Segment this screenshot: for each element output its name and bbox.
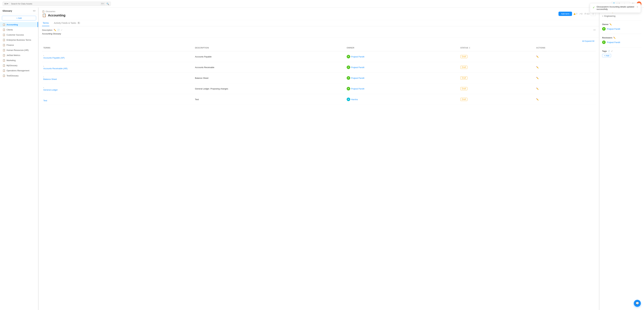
owner-link[interactable]: P Prajwal Pandit: [347, 55, 458, 58]
sidebar-item-label: Customer Success: [6, 34, 24, 36]
actions-cell: ✏️: [535, 76, 596, 80]
sidebar-item-myglossary[interactable]: 📋MyGlossary: [0, 63, 38, 68]
tab-activity-feeds[interactable]: Activity Feeds & Tasks 5: [53, 20, 81, 26]
owner-name: Prajwal Pandit: [351, 56, 364, 58]
col-status: STATUS ⊻: [459, 46, 535, 50]
glossary-icon: 📋: [2, 69, 5, 72]
owner-link[interactable]: H Harsha: [347, 98, 458, 101]
row-expand-arrow[interactable]: ›: [43, 86, 44, 89]
edit-term-icon[interactable]: ✏️: [536, 56, 539, 58]
table-row: Test Test H Harsha Draft ✏️: [42, 94, 596, 105]
edit-reviewers-icon[interactable]: ✏️: [613, 37, 616, 39]
col-description: DESCRIPTION: [194, 46, 345, 50]
term-link[interactable]: Accounts Payable (AP): [43, 57, 192, 59]
terms-table: ⊕ Expand All TERMS DESCRIPTION OWNER: [39, 38, 599, 105]
table-rows: › Accounts Payable (AP) Accounts Payable…: [42, 51, 596, 105]
description-cell: Balance Sheet: [194, 76, 345, 80]
sidebar-item-testglossary[interactable]: 📋TestGlossary: [0, 73, 38, 78]
expand-description-icon[interactable]: ⤢: [61, 29, 62, 31]
owner-cell: P Prajwal Pandit: [346, 86, 459, 91]
toast-close-button[interactable]: ×: [637, 6, 638, 9]
sidebar-item-label: TestGlossary: [6, 74, 18, 77]
owner-name: Prajwal Pandit: [351, 88, 364, 90]
row-expand-arrow[interactable]: ›: [43, 65, 44, 67]
glossary-icon: 📋: [2, 39, 5, 41]
search-icon[interactable]: 🔍: [106, 3, 109, 5]
status-filter-icon[interactable]: ⊻: [469, 47, 470, 49]
tab-terms[interactable]: Terms: [42, 20, 49, 26]
expand-tags-icon[interactable]: ⤢: [611, 50, 613, 52]
description-cell: General Ledger. Proposing changes: [194, 87, 345, 91]
actions-cell: ✏️: [535, 97, 596, 102]
meta-icons: 👍 7 ↗ 0 ⏱ 0.3: [573, 13, 590, 15]
chat-icon: 💬: [636, 301, 639, 305]
add-tag-button[interactable]: + Add: [602, 54, 611, 57]
glossary-icon: 📋: [2, 59, 5, 62]
right-panel: Domain ✏️ Engineering Owner ✏️ P Prajwal…: [600, 8, 644, 310]
sidebar-item-label: Human Resources (HR): [6, 49, 29, 51]
sidebar-items-list: 📋Accounting📋Clients📋Customer Success📋Ent…: [0, 22, 38, 78]
term-link[interactable]: Accounts Receivable (AR): [43, 67, 192, 70]
glossary-icon: 📋: [2, 28, 5, 31]
sidebar-toggle[interactable]: <>: [33, 10, 36, 12]
row-expand-arrow[interactable]: ›: [43, 54, 44, 57]
sidebar-add-button[interactable]: + Add: [2, 16, 36, 21]
sidebar-item-customer-success[interactable]: 📋Customer Success: [0, 32, 38, 37]
search-input[interactable]: [11, 3, 99, 5]
glossary-icon: 📋: [2, 34, 5, 36]
owner-avatar: H: [347, 98, 350, 101]
desc-edit-icons: ✏️ 📄 ⤢: [54, 29, 62, 31]
reviewers-label: Reviewers ✏️: [602, 37, 642, 39]
edit-term-icon[interactable]: ✏️: [536, 88, 539, 90]
edit-owner-icon[interactable]: ✏️: [610, 23, 612, 26]
row-expand-arrow[interactable]: ›: [43, 76, 44, 78]
tags-row: + Add: [602, 54, 642, 57]
glossary-icon: 📋: [2, 54, 5, 56]
copy-tags-icon[interactable]: 📄: [608, 50, 610, 52]
table-row: › Accounts Receivable (AR) Accounts Rece…: [42, 62, 596, 73]
status-badge: Draft: [460, 76, 468, 80]
sidebar-item-label: Finance: [6, 44, 14, 46]
owner-cell: P Prajwal Pandit: [346, 65, 459, 70]
content-header: 📋 Glossaries 📋 Accounting Add term 👍 7 ↗…: [39, 8, 599, 20]
toast-success-icon: ✓: [592, 6, 595, 9]
sidebar-item-label: MyGlossary: [6, 64, 18, 67]
chat-fab-button[interactable]: 💬: [634, 300, 641, 307]
edit-term-icon[interactable]: ✏️: [536, 77, 539, 79]
reviewer-person-row[interactable]: P Prajwal Pandit: [602, 41, 642, 44]
tab-activity-label: Activity Feeds & Tasks: [54, 22, 76, 24]
top-bar: All ▾ ⌘ K 🔍 🌐 All Domains ▾ EN P: [0, 0, 644, 8]
sidebar-item-enterprise-business-terms[interactable]: 📋Enterprise Business Terms: [0, 37, 38, 42]
owner-name: Prajwal Pandit: [351, 66, 364, 69]
edit-description-icon[interactable]: ✏️: [54, 29, 56, 31]
sidebar-item-jetstat-metrics[interactable]: 📋JetStat Metrics: [0, 53, 38, 58]
edit-term-icon[interactable]: ✏️: [536, 66, 539, 69]
owner-link[interactable]: P Prajwal Pandit: [347, 76, 458, 80]
term-link[interactable]: General Ledger: [43, 89, 192, 91]
edit-term-icon[interactable]: ✏️: [536, 98, 539, 101]
owner-link[interactable]: P Prajwal Pandit: [347, 66, 458, 69]
sidebar-item-accounting[interactable]: 📋Accounting: [0, 22, 38, 27]
search-all-dropdown[interactable]: All ▾: [4, 3, 10, 5]
term-link[interactable]: Balance Sheet: [43, 78, 192, 80]
breadcrumb-label[interactable]: Glossaries: [46, 10, 55, 13]
sidebar-item-label: Marketing: [6, 59, 16, 62]
sidebar-item-marketing[interactable]: 📋Marketing: [0, 58, 38, 63]
description-section: Description ✏️ 📄 ⤢ Accounting Glossary <…: [39, 26, 599, 38]
expand-all-button[interactable]: ⊕ Expand All: [581, 39, 596, 43]
sidebar-item-clients[interactable]: 📋Clients: [0, 27, 38, 32]
glossary-icon: 📋: [2, 44, 5, 46]
owner-person-row[interactable]: P Prajwal Pandit: [602, 27, 642, 31]
owner-section: Owner ✏️ P Prajwal Pandit: [602, 23, 642, 31]
sidebar-item-finance[interactable]: 📋Finance: [0, 42, 38, 48]
description-cell: Accounts Receivable: [194, 65, 345, 70]
add-term-button[interactable]: Add term: [558, 12, 572, 16]
header-left: 📋 Glossaries 📋 Accounting: [42, 10, 66, 17]
sidebar-item-operations-management[interactable]: 📋Operations Management: [0, 68, 38, 73]
panel-collapse-icon[interactable]: <>: [593, 29, 596, 31]
page-icon: 📋: [42, 13, 46, 17]
term-link[interactable]: Test: [43, 99, 192, 102]
owner-link[interactable]: P Prajwal Pandit: [347, 87, 458, 90]
copy-description-icon[interactable]: 📄: [57, 29, 60, 31]
sidebar-item-human-resources-(hr)[interactable]: 📋Human Resources (HR): [0, 48, 38, 53]
